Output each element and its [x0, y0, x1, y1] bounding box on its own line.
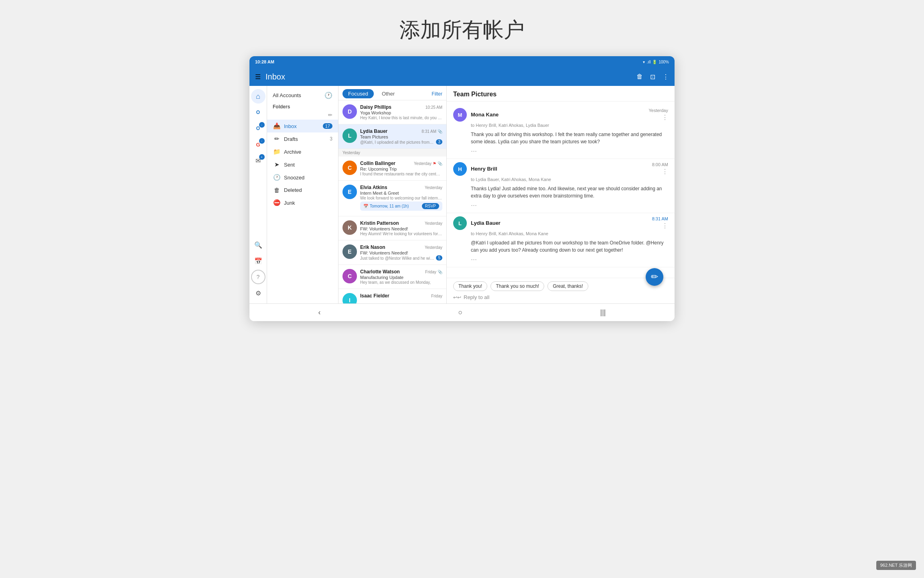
delete-button[interactable]: 🗑 [636, 73, 643, 81]
email-body-daisy: Daisy Phillips 10:25 AM Yoga Workshop He… [360, 104, 442, 120]
msg-avatar-lydia-detail: L [453, 216, 467, 230]
ellipsis-henry: ··· [471, 201, 668, 210]
rail-outlook2[interactable]: O · [251, 121, 265, 136]
sender-erik: Erik Nason [360, 244, 385, 250]
time-isaac: Friday [431, 294, 442, 298]
folder-junk[interactable]: ⛔ Junk [267, 196, 338, 209]
folder-sent[interactable]: ➤ Sent [267, 158, 338, 171]
rsvp-button[interactable]: RSVP [422, 203, 439, 209]
collin-meta: Yesterday ⚑ 📎 [414, 161, 442, 166]
ellipsis-lydia: ··· [471, 255, 668, 264]
msg-header-right-mona: Yesterday ⋮ [648, 108, 668, 121]
settings-icon: ⚙ [255, 289, 261, 297]
quick-reply-great-thanks[interactable]: Great, thanks! [547, 281, 588, 291]
sender-elvia: Elvia Atkins [360, 185, 387, 190]
time-elvia: Yesterday [425, 185, 442, 190]
folder-deleted[interactable]: 🗑 Deleted [267, 184, 338, 196]
msg-to-mona: to Henry Brill, Katri Ahokas, Lydia Baue… [471, 123, 549, 128]
yesterday-separator: Yesterday [338, 149, 446, 157]
message-body-henry: Thanks Lydia! Just added mine too. And l… [471, 185, 668, 199]
all-accounts-header: All Accounts 🕐 [267, 89, 338, 102]
email-item-lydia[interactable]: L Lydia Bauer 8:31 AM 📎 Team Pictures @K… [338, 124, 446, 149]
folder-archive[interactable]: 📁 Archive [267, 145, 338, 158]
email-body-collin: Collin Ballinger Yesterday ⚑ 📎 Re: Upcom… [360, 161, 442, 176]
msg-time-lydia-detail: 8:31 AM [652, 216, 668, 221]
email-body-charlotte: Charlotte Watson Friday 📎 Manufacturing … [360, 269, 442, 285]
rail-calendar[interactable]: 📅 [251, 254, 265, 268]
archive-label: Archive [284, 149, 301, 155]
edit-folders-icon[interactable]: ✏ [328, 112, 332, 118]
msg-more-henry[interactable]: ⋮ [662, 168, 668, 175]
email-item-isaac[interactable]: I Isaac Fielder Friday [338, 289, 446, 303]
email-items: D Daisy Phillips 10:25 AM Yoga Workshop … [338, 100, 446, 303]
email-body-kristin: Kristin Patterson Yesterday FW: Voluntee… [360, 220, 442, 236]
back-button[interactable]: ‹ [318, 308, 321, 317]
message-meta-mona: Mona Kane Yesterday ⋮ to Henry Brill, Ka… [471, 108, 668, 128]
message-henry: H Henry Brill 8:00 AM ⋮ to Lydia Bauer, … [447, 159, 675, 213]
msg-more-lydia[interactable]: ⋮ [662, 222, 668, 230]
rail-settings[interactable]: ⚙ [251, 286, 265, 300]
time-daisy: 10:25 AM [426, 105, 442, 110]
avatar-charlotte: C [342, 269, 357, 283]
msg-avatar-henry: H [453, 162, 467, 176]
email-item-erik[interactable]: E Erik Nason Yesterday FW: Volunteers Ne… [338, 240, 446, 265]
email-detail-title: Team Pictures [453, 91, 496, 98]
archive-button[interactable]: ⊡ [650, 73, 655, 81]
inbox-icon: 📥 [273, 122, 281, 130]
folders-section-label: Folders [267, 102, 338, 112]
time-kristin: Yesterday [425, 221, 442, 226]
msg-more-mona[interactable]: ⋮ [662, 114, 668, 121]
recents-button[interactable]: ||| [600, 308, 606, 317]
email-header-daisy: Daisy Phillips 10:25 AM [360, 104, 442, 110]
calendar-event-icon: 📅 [363, 204, 368, 208]
sender-kristin: Kristin Patterson [360, 220, 399, 226]
email-item-charlotte[interactable]: C Charlotte Watson Friday 📎 Manufacturin… [338, 265, 446, 289]
reply-to-all-label[interactable]: Reply to all [464, 294, 668, 300]
archive-icon: ⊡ [650, 73, 655, 81]
rail-google[interactable]: G · [251, 137, 265, 152]
subject-kristin: FW: Volunteers Needed! [360, 226, 442, 231]
message-lydia-detail: L Lydia Bauer 8:31 AM ⋮ to Henry Brill, … [447, 213, 675, 267]
compose-button[interactable]: ✏ [646, 268, 663, 286]
message-body-mona: Thank you all for driving this workshop.… [471, 131, 668, 145]
email-detail: Team Pictures M Mona Kane Yesterday ⋮ [447, 86, 675, 303]
filter-button[interactable]: Filter [432, 91, 442, 97]
more-options-button[interactable]: ⋮ [663, 73, 669, 81]
preview-daisy: Hey Katri, I know this is last minute, d… [360, 116, 442, 120]
email-item-elvia[interactable]: E Elvia Atkins Yesterday Intern Meet & G… [338, 181, 446, 216]
email-item-kristin[interactable]: K Kristin Patterson Yesterday FW: Volunt… [338, 216, 446, 240]
delete-icon: 🗑 [636, 73, 643, 80]
sender-daisy: Daisy Phillips [360, 104, 391, 110]
quick-reply-thank-you[interactable]: Thank you! [453, 281, 487, 291]
rail-help[interactable]: ? [251, 270, 265, 284]
compose-icon: ✏ [651, 272, 658, 282]
folder-inbox[interactable]: 📥 Inbox 17 [267, 120, 338, 132]
subject-collin: Re: Upcoming Trip [360, 167, 442, 171]
message-meta-henry: Henry Brill 8:00 AM ⋮ to Lydia Bauer, Ka… [471, 162, 668, 183]
rail-mail[interactable]: ✉ + [251, 153, 265, 168]
battery-icon: 🔋 [652, 60, 657, 64]
email-item-collin[interactable]: C Collin Ballinger Yesterday ⚑ 📎 Re: Upc… [338, 157, 446, 181]
msg-header-right-lydia: 8:31 AM ⋮ [652, 216, 668, 230]
left-rail: ⌂ O O · G · ✉ + 🔍 📅 [249, 86, 267, 303]
rail-search[interactable]: 🔍 [251, 238, 265, 252]
drafts-label: Drafts [284, 136, 298, 142]
home-button[interactable]: ○ [458, 308, 463, 317]
preview-charlotte: Hey team, as we discussed on Monday, [360, 280, 442, 285]
home-icon: ⌂ [256, 92, 260, 101]
tab-other[interactable]: Other [376, 89, 401, 98]
rail-home[interactable]: ⌂ [251, 89, 265, 104]
email-item-daisy[interactable]: D Daisy Phillips 10:25 AM Yoga Workshop … [338, 100, 446, 124]
tab-focused[interactable]: Focused [342, 89, 374, 98]
device-frame: 10:28 AM ▾ .ıll 🔋 100% ☰ Inbox 🗑 ⊡ ⋮ [249, 56, 675, 321]
folder-drafts[interactable]: ✏ Drafts 3 [267, 132, 338, 145]
status-time: 10:28 AM [255, 59, 274, 64]
hamburger-menu-button[interactable]: ☰ [255, 73, 261, 81]
sender-lydia: Lydia Bauer [360, 128, 387, 134]
time-charlotte: Friday [425, 270, 436, 274]
quick-chips: Thank you! Thank you so much! Great, tha… [453, 281, 668, 291]
quick-reply-thank-you-so-much[interactable]: Thank you so much! [490, 281, 544, 291]
rail-outlook1[interactable]: O [251, 105, 265, 120]
folder-snoozed[interactable]: 🕐 Snoozed [267, 171, 338, 184]
junk-icon: ⛔ [273, 199, 281, 206]
